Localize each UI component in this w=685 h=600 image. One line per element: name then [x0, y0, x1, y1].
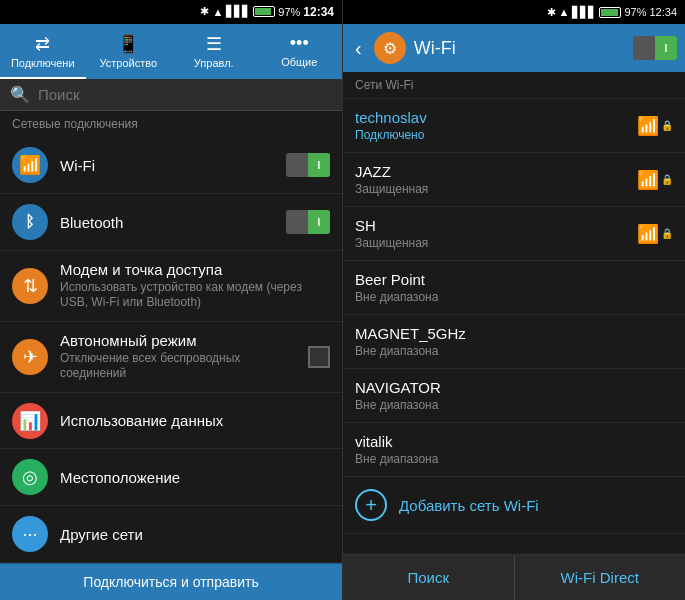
network-status-technoslav: Подключено — [355, 128, 637, 142]
network-status-beerpoint: Вне диапазона — [355, 290, 673, 304]
left-status-bar: ✱ ▲ ▋▋▋ 97% 12:34 — [0, 0, 342, 24]
location-icon: ◎ — [12, 459, 48, 495]
right-status-bar: ✱ ▲ ▋▋▋ 97% 12:34 — [343, 0, 685, 24]
signal-icon-right: ▋▋▋ — [572, 6, 596, 19]
add-network-label: Добавить сеть Wi-Fi — [399, 497, 539, 514]
tab-device-label: Устройство — [99, 57, 157, 69]
wifi-item-navigator[interactable]: NAVIGATOR Вне диапазона — [343, 369, 685, 423]
search-input[interactable] — [38, 86, 332, 103]
tab-device-icon: 📱 — [117, 33, 139, 55]
left-panel: ✱ ▲ ▋▋▋ 97% 12:34 ⇄ Подключени 📱 Устройс… — [0, 0, 343, 600]
network-status-navigator: Вне диапазона — [355, 398, 673, 412]
tab-manage-icon: ☰ — [206, 33, 222, 55]
wifi-main-toggle[interactable]: I — [633, 36, 677, 60]
wifi-item-magnet5ghz[interactable]: MAGNET_5GHz Вне диапазона — [343, 315, 685, 369]
modem-icon: ⇅ — [12, 268, 48, 304]
search-bar: 🔍 — [0, 79, 342, 111]
tab-device[interactable]: 📱 Устройство — [86, 24, 172, 80]
wifi-direct-button[interactable]: Wi-Fi Direct — [515, 555, 686, 600]
wifi-bottom-bar: Поиск Wi-Fi Direct — [343, 554, 685, 600]
wifi-network-list: technoslav Подключено 📶 JAZZ Защищенная … — [343, 99, 685, 554]
wifi-icon: 📶 — [12, 147, 48, 183]
menu-item-location[interactable]: ◎ Местоположение — [0, 449, 342, 506]
wifi-networks-header: Сети Wi-Fi — [343, 72, 685, 99]
menu-item-data[interactable]: 📊 Использование данных — [0, 393, 342, 450]
bluetooth-toggle[interactable]: I — [286, 210, 330, 234]
network-section-header: Сетевые подключения — [0, 111, 342, 137]
bluetooth-title: Bluetooth — [60, 214, 286, 231]
airplane-title: Автономный режим — [60, 332, 308, 349]
network-name-vitalik: vitalik — [355, 433, 673, 450]
wifi-signal-technoslav: 📶 — [637, 115, 673, 137]
other-networks-title: Другие сети — [60, 526, 330, 543]
bluetooth-icon: ᛒ — [12, 204, 48, 240]
tab-manage[interactable]: ☰ Управл. — [171, 24, 257, 80]
modem-subtitle: Использовать устройство как модем (через… — [60, 280, 330, 311]
menu-item-other[interactable]: ··· Другие сети — [0, 506, 342, 563]
network-name-jazz: JAZZ — [355, 163, 637, 180]
wifi-signal-sh: 📶 — [637, 223, 673, 245]
wifi-signal-jazz: 📶 — [637, 169, 673, 191]
right-panel: ✱ ▲ ▋▋▋ 97% 12:34 ‹ ⚙ Wi-Fi I Сети Wi-Fi… — [343, 0, 685, 600]
airplane-checkbox[interactable] — [308, 346, 330, 368]
add-network-icon: + — [355, 489, 387, 521]
tab-general-icon: ••• — [290, 33, 309, 54]
time-left: 12:34 — [303, 5, 334, 19]
battery-icon-left — [253, 6, 275, 17]
tab-connections-icon: ⇄ — [35, 33, 50, 55]
network-name-magnet5ghz: MAGNET_5GHz — [355, 325, 673, 342]
network-status-magnet5ghz: Вне диапазона — [355, 344, 673, 358]
airplane-subtitle: Отключение всех беспроводных соединений — [60, 351, 308, 382]
status-icons-right: ✱ ▲ ▋▋▋ 97% 12:34 — [547, 6, 677, 19]
airplane-icon: ✈ — [12, 339, 48, 375]
bt-status-icon: ✱ — [200, 5, 209, 18]
wifi-title: Wi-Fi — [60, 157, 286, 174]
bt-status-icon-right: ✱ — [547, 6, 556, 19]
wifi-header: ‹ ⚙ Wi-Fi I — [343, 24, 685, 72]
tab-manage-label: Управл. — [194, 57, 234, 69]
tab-bar: ⇄ Подключени 📱 Устройство ☰ Управл. ••• … — [0, 24, 342, 80]
data-title: Использование данных — [60, 412, 330, 429]
wifi-item-jazz[interactable]: JAZZ Защищенная 📶 — [343, 153, 685, 207]
modem-title: Модем и точка доступа — [60, 261, 330, 278]
wifi-item-technoslav[interactable]: technoslav Подключено 📶 — [343, 99, 685, 153]
search-icon: 🔍 — [10, 85, 30, 104]
data-icon: 📊 — [12, 403, 48, 439]
battery-pct-left: 97% — [278, 6, 300, 18]
wifi-header-title: Wi-Fi — [414, 38, 625, 59]
wifi-status-icon: ▲ — [212, 6, 223, 18]
battery-pct-right: 97% — [624, 6, 646, 18]
network-name-beerpoint: Beer Point — [355, 271, 673, 288]
network-name-navigator: NAVIGATOR — [355, 379, 673, 396]
network-status-jazz: Защищенная — [355, 182, 637, 196]
add-network-item[interactable]: + Добавить сеть Wi-Fi — [343, 477, 685, 534]
wifi-settings-icon: ⚙ — [374, 32, 406, 64]
menu-item-wifi[interactable]: 📶 Wi-Fi I — [0, 137, 342, 194]
menu-item-modem[interactable]: ⇅ Модем и точка доступа Использовать уст… — [0, 251, 342, 322]
tab-connections[interactable]: ⇄ Подключени — [0, 24, 86, 80]
network-status-sh: Защищенная — [355, 236, 637, 250]
location-title: Местоположение — [60, 469, 330, 486]
network-name-sh: SH — [355, 217, 637, 234]
network-status-vitalik: Вне диапазона — [355, 452, 673, 466]
back-button[interactable]: ‹ — [351, 33, 366, 64]
tab-general[interactable]: ••• Общие — [257, 24, 343, 80]
menu-item-bluetooth[interactable]: ᛒ Bluetooth I — [0, 194, 342, 251]
network-name-technoslav: technoslav — [355, 109, 637, 126]
wifi-item-vitalik[interactable]: vitalik Вне диапазона — [343, 423, 685, 477]
other-networks-icon: ··· — [12, 516, 48, 552]
wifi-item-sh[interactable]: SH Защищенная 📶 — [343, 207, 685, 261]
wifi-search-button[interactable]: Поиск — [343, 555, 515, 600]
status-icons-left: ✱ ▲ ▋▋▋ 97% 12:34 — [200, 5, 334, 19]
wifi-toggle[interactable]: I — [286, 153, 330, 177]
menu-item-airplane[interactable]: ✈ Автономный режим Отключение всех беспр… — [0, 322, 342, 393]
battery-icon-right — [599, 7, 621, 18]
wifi-status-icon-right: ▲ — [559, 6, 570, 18]
tab-general-label: Общие — [281, 56, 317, 68]
time-right: 12:34 — [649, 6, 677, 18]
wifi-item-beerpoint[interactable]: Beer Point Вне диапазона — [343, 261, 685, 315]
tab-connections-label: Подключени — [11, 57, 75, 69]
signal-icon: ▋▋▋ — [226, 5, 250, 18]
bottom-connect-bar[interactable]: Подключиться и отправить — [0, 563, 342, 600]
